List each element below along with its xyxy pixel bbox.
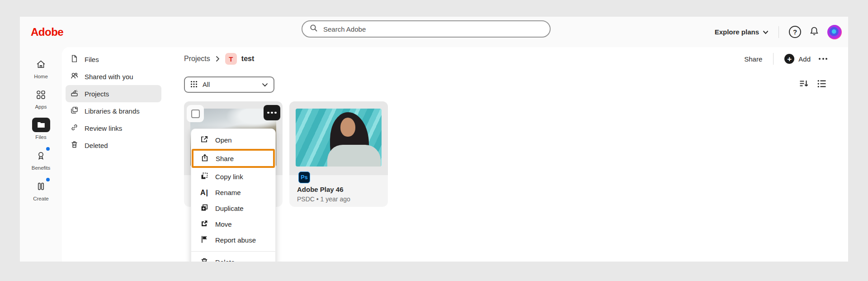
trash-icon: [70, 140, 79, 150]
portrait-thumbnail: [296, 109, 382, 167]
share-coachmark-highlight: Share: [192, 149, 275, 168]
menu-item-open[interactable]: Open: [191, 132, 275, 148]
card-more-button-active[interactable]: [264, 105, 280, 120]
grid-icon: [190, 81, 198, 89]
menu-item-copy-link[interactable]: Copy link: [191, 169, 275, 185]
add-button[interactable]: + Add: [784, 54, 811, 64]
top-right-cluster: Explore plans ?: [715, 17, 842, 47]
rail-item-create[interactable]: Create: [20, 179, 62, 201]
card-thumbnail-zone: [289, 101, 388, 175]
filter-row: All: [184, 76, 827, 93]
search-icon: [310, 24, 318, 34]
checkbox: [191, 110, 200, 118]
home-icon: [32, 57, 50, 71]
search-input[interactable]: Search Adobe: [302, 20, 551, 38]
delete-icon: [200, 257, 209, 262]
chevron-right-icon: [216, 56, 220, 62]
card-title: Adobe Play 46: [297, 186, 344, 193]
apps-icon: [32, 87, 50, 102]
filter-selected-value: All: [203, 81, 210, 88]
rail-item-files[interactable]: Files: [20, 118, 62, 140]
list-view-icon[interactable]: [816, 78, 827, 91]
plus-icon: +: [784, 54, 794, 64]
people-icon: [70, 71, 79, 81]
menu-divider: [191, 251, 275, 252]
copy-link-icon: [200, 171, 209, 182]
chevron-down-icon: [763, 28, 769, 36]
app-window: Adobe Search Adobe Explore plans ?: [20, 17, 848, 262]
sidebar-item-libraries-brands[interactable]: Libraries & brands: [66, 102, 161, 119]
adobe-logo[interactable]: Adobe: [31, 26, 63, 38]
rename-icon: A|: [200, 189, 209, 197]
sort-icon[interactable]: [798, 78, 809, 91]
breadcrumb-current: test: [241, 55, 254, 63]
notification-dot: [46, 178, 50, 181]
move-icon: [200, 219, 209, 229]
header-divider: [778, 26, 779, 38]
open-icon: [200, 135, 209, 145]
share-icon: [200, 153, 209, 164]
file-card-adobe-play-46[interactable]: Ps Adobe Play 46 PSDC • 1 year ago: [289, 101, 388, 207]
rail-item-home[interactable]: Home: [20, 57, 62, 79]
menu-item-move[interactable]: Move: [191, 216, 275, 232]
page-header: Projects T test Share + Add: [184, 52, 827, 66]
main-area: Projects T test Share + Add: [184, 47, 848, 262]
breadcrumb-projects[interactable]: Projects: [184, 55, 210, 63]
card-checkbox[interactable]: [187, 105, 204, 122]
menu-item-rename[interactable]: A| Rename: [191, 185, 275, 200]
actions-divider: [773, 53, 774, 65]
menu-item-duplicate[interactable]: Duplicate: [191, 200, 275, 216]
header-actions: Share + Add: [744, 53, 827, 65]
sidebar-item-shared-with-you[interactable]: Shared with you: [66, 68, 161, 85]
sidebar-item-deleted[interactable]: Deleted: [66, 137, 161, 154]
menu-item-share[interactable]: Share: [193, 151, 273, 166]
menu-item-delete[interactable]: Delete: [191, 254, 275, 262]
view-controls: [798, 78, 827, 91]
files-sidebar: Files Shared with you: [66, 51, 161, 154]
rail-item-apps[interactable]: Apps: [20, 87, 62, 110]
sidebar-item-review-links[interactable]: Review links: [66, 119, 161, 137]
notification-dot: [46, 147, 50, 151]
sidebar-item-files[interactable]: Files: [66, 51, 161, 68]
avatar[interactable]: [827, 25, 842, 39]
rail-item-benefits[interactable]: Benefits: [20, 148, 62, 171]
share-button[interactable]: Share: [744, 55, 762, 63]
create-icon: [32, 179, 50, 194]
flag-icon: [200, 235, 209, 245]
link-icon: [70, 123, 79, 133]
folder-icon: [32, 118, 50, 132]
libraries-icon: [70, 106, 79, 116]
chevron-down-icon: [262, 81, 268, 88]
help-icon[interactable]: ?: [789, 26, 801, 38]
medal-icon: [32, 148, 50, 163]
content-container: Files Shared with you: [62, 47, 848, 262]
file-icon: [70, 54, 79, 64]
type-filter-dropdown[interactable]: All: [184, 76, 274, 93]
search-placeholder: Search Adobe: [323, 25, 366, 33]
project-letter-badge: T: [225, 53, 237, 65]
menu-item-report-abuse[interactable]: Report abuse: [191, 232, 275, 248]
bell-icon[interactable]: [808, 25, 820, 39]
duplicate-icon: [200, 203, 209, 214]
projects-icon: [70, 89, 79, 99]
card-meta: PSDC • 1 year ago: [297, 195, 350, 203]
more-icon[interactable]: [819, 58, 827, 60]
sidebar-item-projects[interactable]: Projects: [66, 85, 161, 102]
explore-plans-button[interactable]: Explore plans: [715, 28, 769, 36]
top-bar: Adobe Search Adobe Explore plans ?: [20, 17, 848, 47]
context-menu: Open Share: [191, 129, 276, 262]
photoshop-badge: Ps: [298, 171, 310, 183]
